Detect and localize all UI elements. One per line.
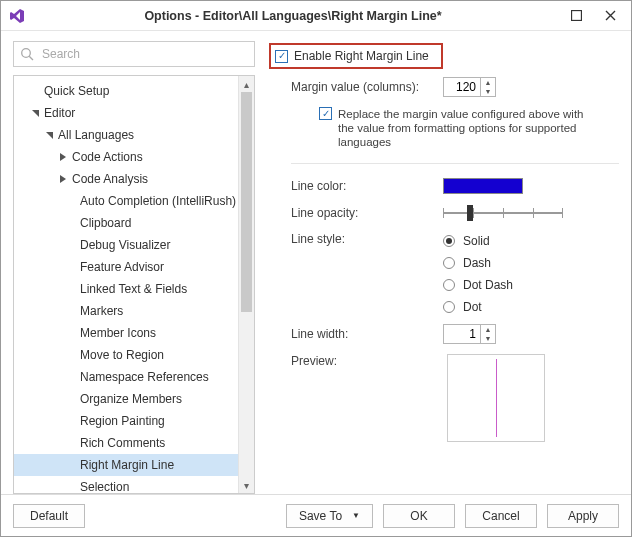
line-style-label: Line style: [291,232,431,246]
tree-item-markers[interactable]: Markers [14,300,238,322]
spinner-down-icon[interactable]: ▼ [481,334,495,343]
line-width-spinner[interactable]: ▲ ▼ [443,324,496,344]
chevron-down-icon: ▼ [352,511,360,520]
replace-checkbox[interactable] [319,107,332,120]
search-box[interactable] [13,41,255,67]
line-color-swatch[interactable] [443,178,523,194]
margin-value-label: Margin value (columns): [291,80,431,94]
options-tree: Quick Setup Editor All Languages Code Ac… [13,75,255,494]
radio-icon[interactable] [443,301,455,313]
tree-item-rich-comments[interactable]: Rich Comments [14,432,238,454]
tree-item-linked-text[interactable]: Linked Text & Fields [14,278,238,300]
apply-button[interactable]: Apply [547,504,619,528]
slider-thumb[interactable] [467,205,473,221]
tree-item-quick-setup[interactable]: Quick Setup [14,80,238,102]
expander-icon[interactable] [42,131,56,140]
line-style-row: Line style: Solid Dash Dot Dash Dot [291,232,619,314]
tree-item-debug-visualizer[interactable]: Debug Visualizer [14,234,238,256]
line-color-row: Line color: [291,178,619,194]
radio-dot-dash[interactable]: Dot Dash [443,278,513,292]
tree-item-namespace-references[interactable]: Namespace References [14,366,238,388]
replace-label: Replace the margin value configured abov… [338,107,598,149]
tree-item-region-painting[interactable]: Region Painting [14,410,238,432]
svg-rect-0 [571,11,581,21]
default-button[interactable]: Default [13,504,85,528]
tree-item-clipboard[interactable]: Clipboard [14,212,238,234]
radio-icon[interactable] [443,235,455,247]
spinner-up-icon[interactable]: ▲ [481,325,495,334]
preview-row: Preview: [291,354,619,442]
dialog-footer: Default Save To ▼ OK Cancel Apply [1,494,631,536]
svg-line-2 [29,56,33,60]
enable-right-margin-row[interactable]: Enable Right Margin Line [269,43,443,69]
tree-item-right-margin-line[interactable]: Right Margin Line [14,454,238,476]
radio-solid[interactable]: Solid [443,234,513,248]
enable-checkbox[interactable] [275,50,288,63]
line-width-label: Line width: [291,327,431,341]
tree-item-selection[interactable]: Selection [14,476,238,493]
search-input[interactable] [40,46,248,62]
close-button[interactable] [597,7,623,25]
tree-item-all-languages[interactable]: All Languages [14,124,238,146]
spinner-up-icon[interactable]: ▲ [481,78,495,87]
tree-scrollbar[interactable]: ▴ ▾ [238,76,254,493]
content-area: Quick Setup Editor All Languages Code Ac… [1,31,631,494]
expander-icon[interactable] [56,175,70,183]
scroll-down-icon[interactable]: ▾ [239,477,254,493]
line-opacity-slider[interactable] [443,204,563,222]
line-color-label: Line color: [291,179,431,193]
tree-item-member-icons[interactable]: Member Icons [14,322,238,344]
tree-item-code-analysis[interactable]: Code Analysis [14,168,238,190]
enable-label: Enable Right Margin Line [294,49,429,63]
left-panel: Quick Setup Editor All Languages Code Ac… [13,41,255,494]
radio-icon[interactable] [443,257,455,269]
settings-panel: Enable Right Margin Line Margin value (c… [269,41,619,494]
expander-icon[interactable] [28,109,42,118]
tree-item-organize-members[interactable]: Organize Members [14,388,238,410]
tree-item-move-to-region[interactable]: Move to Region [14,344,238,366]
line-style-group: Solid Dash Dot Dash Dot [443,232,513,314]
tree-item-code-actions[interactable]: Code Actions [14,146,238,168]
svg-point-1 [22,49,31,58]
line-opacity-row: Line opacity: [291,204,619,222]
margin-value-spinner[interactable]: ▲ ▼ [443,77,496,97]
tree-item-auto-completion[interactable]: Auto Completion (IntelliRush) [14,190,238,212]
window-title: Options - Editor\All Languages\Right Mar… [31,9,555,23]
ok-button[interactable]: OK [383,504,455,528]
radio-dot[interactable]: Dot [443,300,513,314]
scroll-up-icon[interactable]: ▴ [239,76,254,92]
radio-icon[interactable] [443,279,455,291]
preview-box [447,354,545,442]
margin-value-row: Margin value (columns): ▲ ▼ [291,77,619,97]
separator [291,163,619,164]
search-icon [20,47,34,61]
tree-item-feature-advisor[interactable]: Feature Advisor [14,256,238,278]
radio-dash[interactable]: Dash [443,256,513,270]
expander-icon[interactable] [56,153,70,161]
save-to-button[interactable]: Save To ▼ [286,504,373,528]
scrollbar-thumb[interactable] [241,92,252,312]
margin-value-input[interactable] [444,80,480,94]
line-width-input[interactable] [444,327,480,341]
titlebar: Options - Editor\All Languages\Right Mar… [1,1,631,31]
line-opacity-label: Line opacity: [291,206,431,220]
cancel-button[interactable]: Cancel [465,504,537,528]
replace-margin-row[interactable]: Replace the margin value configured abov… [291,107,619,149]
preview-label: Preview: [291,354,431,368]
spinner-down-icon[interactable]: ▼ [481,87,495,96]
tree-item-editor[interactable]: Editor [14,102,238,124]
app-icon [9,8,25,24]
maximize-button[interactable] [563,7,589,25]
preview-margin-line [496,359,497,437]
line-width-row: Line width: ▲ ▼ [291,324,619,344]
